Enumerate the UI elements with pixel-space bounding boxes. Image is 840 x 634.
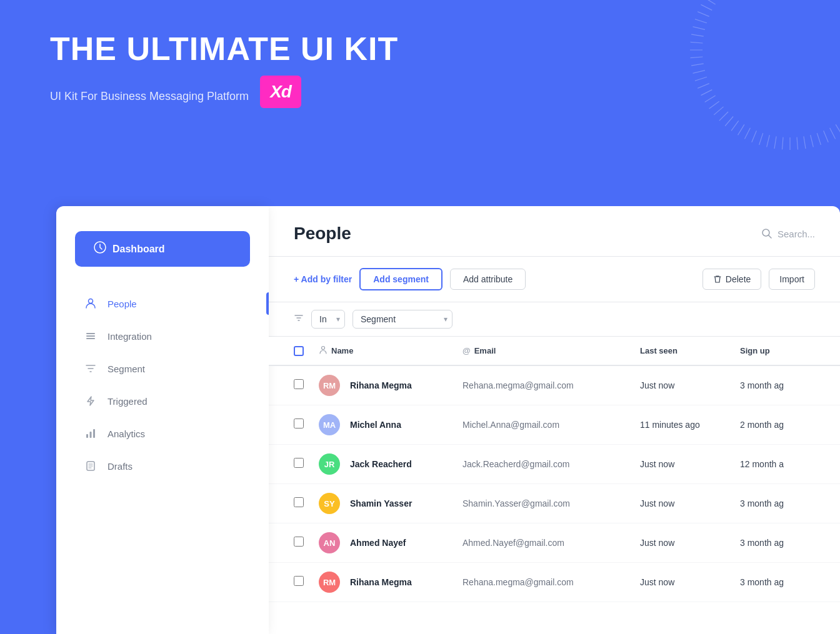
svg-line-20 bbox=[797, 137, 799, 162]
trash-icon bbox=[713, 275, 722, 284]
svg-line-24 bbox=[764, 135, 769, 159]
avatar-0: RM bbox=[319, 375, 340, 396]
select-all-checkbox[interactable] bbox=[294, 346, 304, 356]
svg-line-19 bbox=[804, 136, 808, 161]
row-checkbox-0[interactable] bbox=[294, 379, 304, 389]
row-checkbox-4[interactable] bbox=[294, 537, 304, 547]
dashboard-button[interactable]: Dashboard bbox=[75, 231, 250, 267]
sidebar-item-drafts[interactable]: Drafts bbox=[75, 452, 250, 480]
in-select[interactable]: In bbox=[311, 310, 345, 329]
search-bar: Search... bbox=[761, 228, 815, 239]
row-checkbox-3[interactable] bbox=[294, 497, 304, 507]
analytics-icon bbox=[84, 427, 98, 440]
row-name-2: Jack Reacherd bbox=[350, 459, 462, 469]
svg-line-16 bbox=[824, 131, 833, 154]
integration-icon bbox=[84, 329, 98, 343]
svg-line-17 bbox=[817, 133, 824, 157]
avatar-2: JR bbox=[319, 453, 340, 475]
sidebar-item-segment[interactable]: Segment bbox=[75, 354, 250, 383]
row-checkbox-cell bbox=[294, 576, 319, 588]
sidebar-item-people[interactable]: People bbox=[75, 289, 250, 318]
row-email-2: Jack.Reacherd@gmail.com bbox=[462, 459, 640, 469]
th-avatar: Name bbox=[319, 345, 350, 356]
drafts-icon bbox=[84, 459, 98, 473]
row-checkbox-cell bbox=[294, 379, 319, 392]
page-title: People bbox=[294, 224, 351, 244]
avatar-1: MA bbox=[319, 414, 340, 435]
filter-row-icon bbox=[294, 313, 304, 325]
svg-line-42 bbox=[678, 41, 703, 43]
avatar-cell: RM bbox=[319, 572, 350, 593]
svg-line-29 bbox=[724, 121, 739, 141]
add-filter-label: + Add by filter bbox=[294, 274, 352, 284]
svg-point-91 bbox=[322, 347, 325, 350]
at-icon: @ bbox=[462, 346, 471, 355]
svg-rect-86 bbox=[86, 434, 88, 438]
people-nav-label: People bbox=[108, 299, 137, 309]
th-name bbox=[350, 345, 462, 356]
svg-line-36 bbox=[686, 84, 709, 93]
svg-line-38 bbox=[681, 71, 705, 76]
hero-subtitle: UI Kit For Business Messaging Platform bbox=[50, 90, 249, 103]
row-checkbox-cell bbox=[294, 419, 319, 431]
row-checkbox-cell bbox=[294, 458, 319, 470]
svg-line-39 bbox=[679, 64, 704, 67]
search-icon bbox=[761, 228, 772, 239]
row-signup-0: 3 month ag bbox=[740, 380, 815, 390]
row-checkbox-1[interactable] bbox=[294, 419, 304, 428]
add-attribute-button[interactable]: Add attribute bbox=[450, 269, 526, 290]
delete-button[interactable]: Delete bbox=[702, 269, 761, 290]
row-name-4: Ahmed Nayef bbox=[350, 538, 462, 548]
xd-badge: Xd bbox=[260, 76, 301, 108]
sidebar-item-analytics[interactable]: Analytics bbox=[75, 419, 250, 448]
avatar-cell: MA bbox=[319, 414, 350, 435]
svg-line-32 bbox=[704, 107, 723, 123]
svg-point-82 bbox=[89, 299, 93, 304]
svg-rect-83 bbox=[86, 333, 95, 334]
svg-line-47 bbox=[690, 0, 712, 10]
row-lastseen-0: Just now bbox=[640, 380, 740, 390]
svg-line-46 bbox=[686, 7, 709, 16]
row-lastseen-3: Just now bbox=[640, 498, 740, 508]
person-icon bbox=[84, 297, 98, 310]
svg-line-15 bbox=[830, 128, 840, 151]
sidebar-item-triggered[interactable]: Triggered bbox=[75, 387, 250, 415]
row-signup-2: 12 month a bbox=[740, 459, 815, 469]
app-container: Dashboard People bbox=[56, 206, 840, 634]
svg-rect-88 bbox=[93, 429, 95, 438]
table-row: AN Ahmed Nayef Ahmed.Nayef@gmail.com Jus… bbox=[269, 523, 840, 563]
import-button[interactable]: Import bbox=[769, 269, 815, 290]
table-row: RM Rihana Megma Rehana.megma@gmail.com J… bbox=[269, 563, 840, 602]
row-name-5: Rihana Megma bbox=[350, 577, 462, 587]
add-segment-button[interactable]: Add segment bbox=[359, 268, 442, 290]
svg-line-31 bbox=[711, 112, 728, 129]
toolbar: + Add by filter Add segment Add attribut… bbox=[269, 257, 840, 302]
add-filter-button[interactable]: + Add by filter bbox=[294, 274, 352, 284]
avatar-4: AN bbox=[319, 532, 340, 553]
triggered-icon bbox=[84, 394, 98, 408]
filter-row: In Segment bbox=[269, 302, 840, 337]
integration-nav-label: Integration bbox=[108, 331, 152, 342]
sidebar-item-integration[interactable]: Integration bbox=[75, 322, 250, 350]
row-checkbox-2[interactable] bbox=[294, 458, 304, 468]
svg-line-33 bbox=[699, 101, 719, 116]
svg-line-44 bbox=[681, 24, 705, 29]
add-segment-label: Add segment bbox=[373, 274, 429, 284]
th-checkbox bbox=[294, 345, 319, 356]
people-table: Name @ Email Last seen Sign up bbox=[269, 337, 840, 634]
row-checkbox-cell bbox=[294, 497, 319, 510]
row-signup-1: 2 month ag bbox=[740, 420, 815, 430]
table-row: JR Jack Reacherd Jack.Reacherd@gmail.com… bbox=[269, 445, 840, 484]
search-placeholder: Search... bbox=[778, 229, 815, 239]
svg-line-45 bbox=[683, 15, 707, 22]
table-body: RM Rihana Megma Rehana.megma@gmail.com J… bbox=[269, 366, 840, 602]
row-checkbox-5[interactable] bbox=[294, 576, 304, 586]
table-header: Name @ Email Last seen Sign up bbox=[269, 337, 840, 366]
svg-line-22 bbox=[781, 137, 783, 162]
avatar-cell: RM bbox=[319, 375, 350, 396]
segment-select[interactable]: Segment bbox=[352, 310, 452, 329]
segment-select-wrapper: Segment bbox=[352, 310, 452, 329]
row-email-4: Ahmed.Nayef@gmail.com bbox=[462, 538, 640, 548]
svg-line-43 bbox=[679, 32, 704, 36]
th-signup-label: Sign up bbox=[740, 346, 770, 355]
